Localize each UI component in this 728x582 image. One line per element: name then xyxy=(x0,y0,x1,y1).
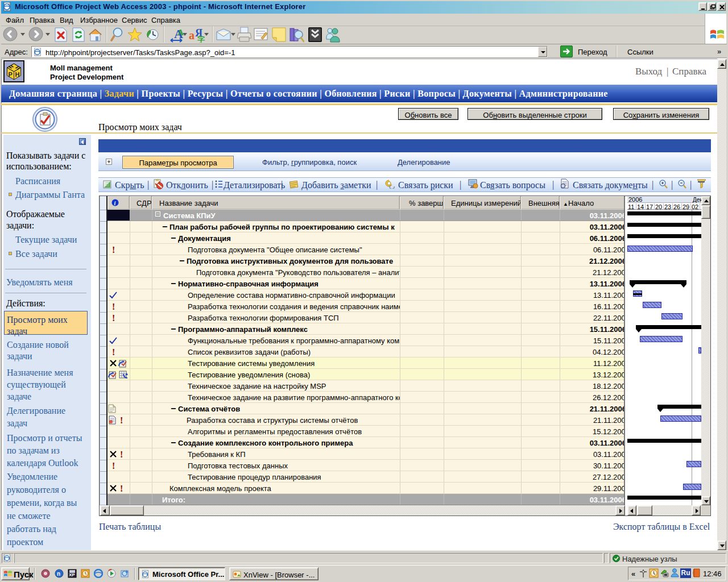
svg-text:n: n xyxy=(57,571,60,577)
svg-text:XP: XP xyxy=(69,572,75,577)
svg-text:P: P xyxy=(9,71,13,78)
svg-text:H: H xyxy=(15,71,20,78)
svg-text:字: 字 xyxy=(197,35,205,43)
svg-text:а: а xyxy=(189,29,195,41)
